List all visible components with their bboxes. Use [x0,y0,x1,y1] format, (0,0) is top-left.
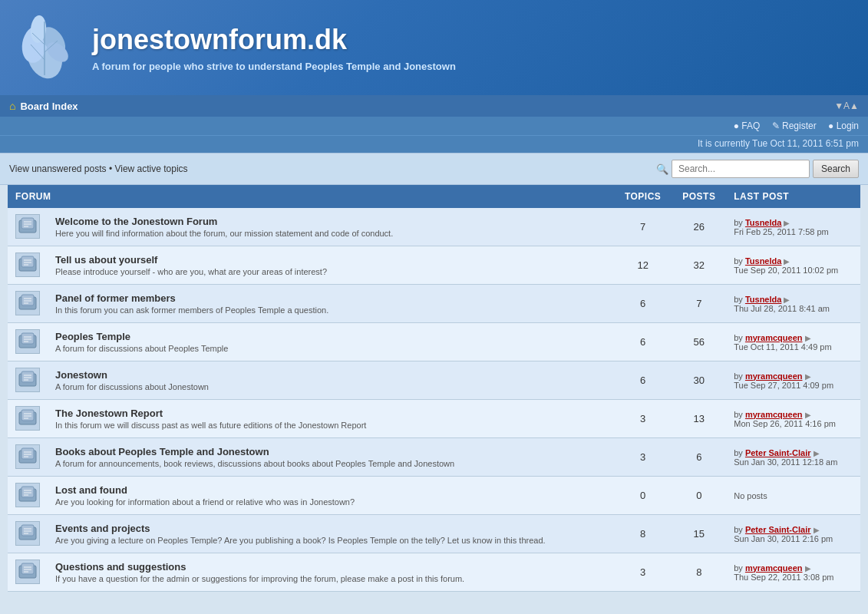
forum-icon-cell [8,515,48,553]
register-link[interactable]: ✎ Register [772,120,817,131]
last-post-by-label: by [734,410,745,419]
forum-last-post: by Peter Saint-Clair ▶ Sun Jan 30, 2011 … [726,515,860,553]
forum-last-post: by Tusnelda ▶ Fri Feb 25, 2011 7:58 pm [726,208,860,246]
board-index-link[interactable]: Board Index [20,101,78,112]
view-icon: ▶ [784,219,790,227]
table-row: Jonestown A forum for discussions about … [8,361,860,400]
last-post-username[interactable]: Tusnelda [745,256,781,266]
forum-title[interactable]: Questions and suggestions [55,561,606,573]
search-icon: 🔍 [656,163,668,175]
forum-list: Welcome to the Jonestown Forum Here you … [8,208,860,592]
forum-posts: 13 [672,400,726,438]
forum-title[interactable]: Panel of former members [55,292,606,304]
last-post-username[interactable]: Tusnelda [745,295,781,304]
forum-last-post: by Tusnelda ▶ Thu Jul 28, 2011 8:41 am [726,285,860,323]
forum-posts: 32 [672,246,726,285]
search-button[interactable]: Search [813,160,859,178]
forum-title[interactable]: Events and projects [55,523,606,534]
last-post-by-label: by [734,371,745,381]
last-post-date: Sun Jan 30, 2011 12:18 am [734,457,837,467]
forum-icon-cell [8,323,48,361]
forum-info-cell: Books about Peoples Temple and Jonestown… [48,438,614,477]
forum-icon-cell [8,246,48,285]
svg-rect-40 [21,448,34,459]
last-post-by-label: by [734,525,745,534]
forum-header: FORUM [8,185,614,208]
forum-topics: 7 [614,208,672,246]
forum-description: A forum for discussions about Peoples Te… [55,344,606,353]
svg-rect-45 [21,487,34,497]
last-post-username[interactable]: myramcqueen [745,371,803,381]
view-icon: ▶ [805,334,811,342]
navigation-bar: ⌂ Board Index ▼A▲ [0,95,868,117]
forum-topics: 6 [614,285,672,323]
forum-icon [15,291,40,315]
last-post-username[interactable]: myramcqueen [745,333,803,342]
forum-icon [15,253,40,277]
forum-title[interactable]: Tell us about yourself [55,254,606,266]
forum-posts: 56 [672,323,726,361]
last-post-date: Tue Sep 27, 2011 4:09 pm [734,381,833,390]
forum-title[interactable]: Peoples Temple [55,331,606,342]
forum-icon [15,214,40,239]
last-post-by-label: by [734,218,745,227]
forum-icon-cell [8,438,48,477]
forum-title[interactable]: Jonestown [55,369,606,381]
forum-last-post: by myramcqueen ▶ Thu Sep 22, 2011 3:08 p… [726,553,860,592]
last-post-username[interactable]: Tusnelda [745,218,781,227]
svg-rect-10 [21,218,34,229]
forum-last-post: by myramcqueen ▶ Tue Sep 27, 2011 4:09 p… [726,361,860,400]
forum-icon [15,329,40,354]
forum-posts: 7 [672,285,726,323]
svg-rect-35 [21,410,34,421]
view-unanswered-link[interactable]: View unanswered posts [9,163,107,174]
forum-icon-cell [8,285,48,323]
last-post-date: Fri Feb 25, 2011 7:58 pm [734,227,829,236]
forum-title[interactable]: Welcome to the Jonestown Forum [55,216,606,227]
forum-icon [15,560,40,584]
forum-topics: 3 [614,553,672,592]
forum-icon [15,406,40,431]
forum-info-cell: Tell us about yourself Please introduce … [48,246,614,285]
table-row: Welcome to the Jonestown Forum Here you … [8,208,860,246]
forum-description: Are you looking for information about a … [55,497,606,507]
svg-rect-20 [21,295,34,305]
forum-info-cell: Events and projects Are you giving a lec… [48,515,614,553]
forum-title[interactable]: The Jonestown Report [55,408,606,419]
table-row: Tell us about yourself Please introduce … [8,246,860,285]
last-post-date: Thu Sep 22, 2011 3:08 pm [734,573,833,582]
last-post-by-label: by [734,448,745,457]
last-post-username[interactable]: myramcqueen [745,410,803,419]
forum-last-post: by myramcqueen ▶ Tue Oct 11, 2011 4:49 p… [726,323,860,361]
forum-topics: 6 [614,323,672,361]
last-post-date: Tue Oct 11, 2011 4:49 pm [734,342,831,352]
table-row: Questions and suggestions If you have a … [8,553,860,592]
last-post-by-label: by [734,333,745,342]
forum-title[interactable]: Books about Peoples Temple and Jonestown [55,446,606,457]
last-post-username[interactable]: myramcqueen [745,563,803,573]
forum-topics: 3 [614,400,672,438]
forum-description: A forum for discussions about Jonestown [55,382,606,391]
last-post-username[interactable]: Peter Saint-Clair [745,448,811,457]
forum-last-post: by Peter Saint-Clair ▶ Sun Jan 30, 2011 … [726,438,860,477]
svg-rect-30 [21,371,34,382]
last-post-username[interactable]: Peter Saint-Clair [745,525,811,534]
forum-topics: 3 [614,438,672,477]
login-link[interactable]: ● Login [828,120,859,131]
posts-header: POSTS [672,185,726,208]
last-post-by-label: by [734,563,745,573]
forum-icon-cell [8,553,48,592]
search-input[interactable] [672,160,810,178]
font-size-control[interactable]: ▼A▲ [834,101,859,111]
view-icon: ▶ [784,295,790,304]
forum-posts: 15 [672,515,726,553]
top-links-bar: ● FAQ ✎ Register ● Login [0,117,868,135]
view-icon: ▶ [805,411,811,419]
view-active-link[interactable]: View active topics [114,163,187,174]
forum-title[interactable]: Lost and found [55,484,606,496]
home-icon: ⌂ [9,100,15,112]
forum-icon [15,444,40,469]
table-header: FORUM TOPICS POSTS LAST POST [8,185,860,208]
forum-icon-cell [8,208,48,246]
faq-link[interactable]: ● FAQ [734,120,761,131]
